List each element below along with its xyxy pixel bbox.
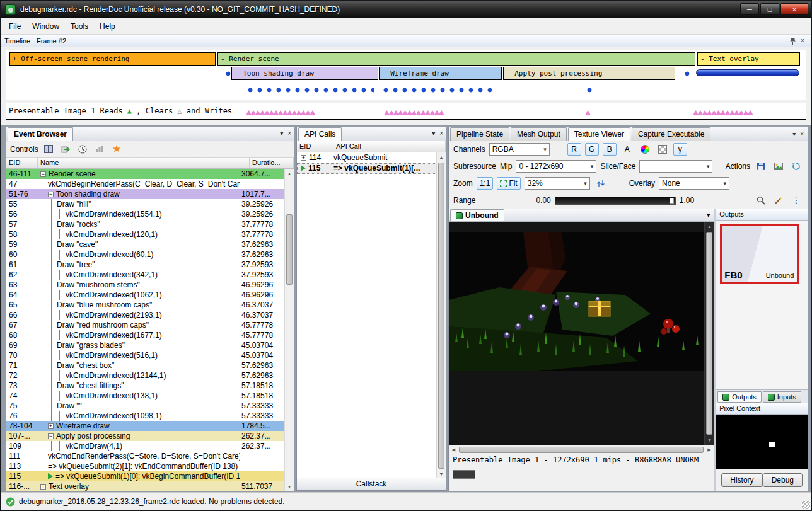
gamma-toggle[interactable]: γ [673, 143, 687, 156]
event-row[interactable]: 57 Draw "rocks" 37.77778 [6, 219, 284, 229]
column-eid[interactable]: EID [297, 141, 334, 152]
texture-horizontal-scrollbar[interactable]: ◀ ▶ [449, 445, 714, 454]
expander-icon[interactable] [48, 192, 54, 197]
slice-face-select[interactable]: ▾ [639, 160, 712, 173]
event-row[interactable]: 51-76 Toon shading draw 1017.7... [6, 189, 284, 199]
event-row[interactable]: 56 vkCmdDrawIndexed(1554,1) 39.25926 [6, 209, 284, 219]
texture-vertical-scrollbar[interactable]: ▲ ▼ [704, 222, 714, 445]
event-row[interactable]: 66 vkCmdDrawIndexed(2193,1) 46.37037 [6, 310, 284, 320]
right-panel-tab[interactable]: Capture Executable [632, 127, 710, 141]
event-row[interactable]: 65 Draw "blue mushroom caps" 46.37037 [6, 300, 284, 310]
zoom-range-magnifier-icon[interactable] [754, 194, 768, 207]
channels-select[interactable]: RGBA ▾ [489, 143, 550, 156]
event-row[interactable]: 76 vkCmdDrawIndexed(1098,1) 57.33333 [6, 411, 284, 421]
event-row[interactable]: 71 Draw "chest box" 57.62963 [6, 360, 284, 370]
panel-menu-icon[interactable]: ▾ [432, 130, 435, 137]
menu-item[interactable]: File [3, 19, 26, 34]
zoom-1to1-button[interactable]: 1:1 [477, 177, 494, 190]
resize-grip[interactable] [802, 501, 810, 509]
color-wheel-icon[interactable] [638, 143, 652, 156]
api-call-row[interactable]: 115 => vkQueueSubmit(1)[... [297, 163, 436, 174]
panel-menu-icon[interactable]: ▾ [792, 130, 796, 137]
range-slider[interactable] [555, 197, 676, 205]
scroll-up-icon[interactable]: ▲ [437, 152, 446, 162]
expander-icon[interactable] [301, 155, 306, 161]
panel-close-icon[interactable]: × [287, 130, 291, 137]
scroll-up-icon[interactable]: ▲ [285, 169, 294, 178]
debug-button[interactable]: Debug [763, 473, 803, 487]
range-handle[interactable] [670, 198, 674, 204]
scroll-up-icon[interactable]: ▲ [705, 222, 714, 231]
maximize-button[interactable]: □ [760, 3, 779, 15]
event-row[interactable]: 55 Draw "hill" 39.25926 [6, 199, 284, 209]
callstack-bar[interactable]: Callstack [297, 478, 446, 490]
event-row[interactable]: 111 vkCmdEndRenderPass(C=Store, D=Store,… [6, 451, 284, 461]
event-row[interactable]: 78-104 Wireframe draw 1784.5... [6, 421, 284, 431]
expander-icon[interactable] [40, 484, 46, 490]
right-panel-tab[interactable]: Mesh Output [511, 127, 567, 141]
panel-close-icon[interactable]: × [439, 130, 443, 137]
event-row[interactable]: 46-111 Render scene 3064.7... [6, 169, 284, 179]
stats-icon[interactable] [93, 143, 107, 156]
range-min-value[interactable]: 0.00 [536, 196, 550, 205]
event-row[interactable]: 60 vkCmdDrawIndexed(60,1) 37.62963 [6, 250, 284, 260]
column-name[interactable]: Name [38, 158, 250, 168]
timeline-marker-bar[interactable]: - Toon shading draw [231, 67, 378, 80]
expander-icon[interactable] [40, 171, 46, 177]
timeline-marker-bar[interactable]: - Text overlay [697, 52, 800, 66]
mip-select[interactable]: 0 - 1272x690 ▾ [516, 160, 596, 173]
event-row[interactable]: 63 Draw "mushroom stems" 46.96296 [6, 280, 284, 290]
event-browser-scrollbar[interactable]: ▲ ▼ [284, 169, 294, 491]
close-button[interactable]: × [780, 3, 808, 15]
timeline-close-icon[interactable]: × [798, 37, 808, 45]
menu-item[interactable]: Help [94, 19, 121, 34]
event-row[interactable]: 70 vkCmdDrawIndexed(516,1) 45.03704 [6, 350, 284, 360]
tab-current-texture[interactable]: Unbound [450, 209, 504, 221]
timeline-marker-bar[interactable]: - Wireframe draw [379, 67, 502, 80]
channel-blue-toggle[interactable]: B [603, 143, 617, 156]
column-eid[interactable]: EID [6, 158, 38, 168]
fb0-thumbnail[interactable]: FB0 Unbound [720, 224, 799, 284]
columns-icon[interactable] [42, 143, 55, 156]
channel-alpha-toggle[interactable]: A [620, 143, 634, 156]
column-duration[interactable]: Duratio... [250, 158, 294, 168]
event-row[interactable]: 73 Draw "chest fittings" 57.18518 [6, 381, 284, 391]
bookmark-icon[interactable] [110, 143, 124, 156]
texture-list-dropdown-icon[interactable]: ▾ [707, 212, 710, 219]
scrollbar-thumb[interactable] [459, 447, 704, 453]
scrollbar-thumb[interactable] [286, 214, 293, 285]
menu-item[interactable]: Tools [65, 19, 94, 34]
texture-preview-image[interactable] [449, 232, 705, 371]
event-row[interactable]: 59 Draw "cave" 37.62963 [6, 239, 284, 250]
column-api-call[interactable]: API Call [334, 141, 446, 152]
channel-red-toggle[interactable]: R [567, 143, 581, 156]
autofit-wand-icon[interactable] [772, 194, 786, 207]
right-panel-tab[interactable]: Pipeline State [450, 127, 509, 141]
texture-preview-area[interactable]: ▲ ▼ [449, 222, 714, 445]
tab-event-browser[interactable]: Event Browser [8, 127, 73, 141]
open-image-icon[interactable] [772, 160, 786, 173]
panel-menu-icon[interactable]: ▾ [280, 130, 283, 137]
overlay-select[interactable]: None ▾ [659, 177, 729, 190]
scrollbar-thumb[interactable] [706, 232, 712, 435]
checkerboard-background-icon[interactable] [656, 143, 670, 156]
minimize-button[interactable]: ─ [740, 3, 759, 15]
event-row[interactable]: 68 vkCmdDrawIndexed(1677,1) 45.77778 [6, 330, 284, 340]
event-row[interactable]: 74 vkCmdDrawIndexed(138,1) 57.18518 [6, 391, 284, 401]
expander-icon[interactable] [48, 433, 54, 439]
event-row[interactable]: 115 => vkQueueSubmit(1)[0]: vkBeginComma… [6, 471, 284, 481]
zoom-fit-button[interactable]: Fit [497, 177, 520, 190]
api-call-row[interactable]: 114 vkQueueSubmit [297, 152, 436, 163]
scroll-down-icon[interactable]: ▼ [705, 435, 714, 445]
save-icon[interactable] [754, 160, 768, 173]
scroll-left-icon[interactable]: ◀ [449, 445, 458, 454]
right-panel-tab[interactable]: Texture Viewer [568, 127, 630, 141]
pixel-context-view[interactable] [716, 415, 808, 469]
zoom-percent-input[interactable]: 32% ▾ [525, 177, 590, 190]
tab-api-calls[interactable]: API Calls [298, 127, 342, 141]
event-row[interactable]: 107-... Apply post processing 262.37... [6, 431, 284, 441]
pin-icon[interactable] [787, 37, 798, 45]
api-calls-scrollbar[interactable]: ▲ ▼ [436, 152, 446, 479]
scroll-down-icon[interactable]: ▼ [285, 482, 294, 491]
expander-icon[interactable] [48, 423, 54, 429]
